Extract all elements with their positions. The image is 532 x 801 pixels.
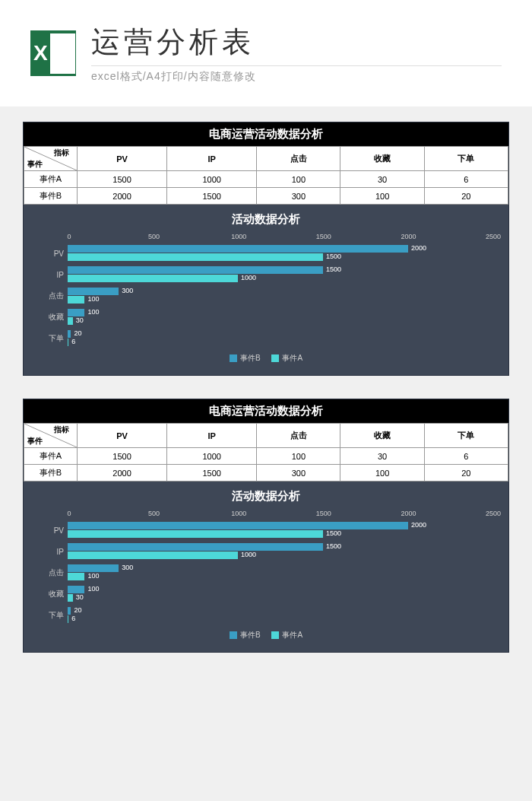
cell: 300 bbox=[257, 188, 340, 205]
bar: 1500 bbox=[68, 266, 323, 274]
bar-category-label: 收藏 bbox=[39, 589, 68, 599]
cell: 1500 bbox=[167, 465, 257, 482]
bar-value-label: 1000 bbox=[241, 551, 256, 558]
bar: 6 bbox=[68, 615, 68, 623]
row-label: 事件B bbox=[24, 188, 78, 205]
table-corner: 指标 事件 bbox=[24, 147, 78, 171]
corner-bottom-label: 事件 bbox=[27, 436, 43, 447]
col-header: 点击 bbox=[257, 147, 340, 171]
legend-item-a: 事件A bbox=[271, 353, 302, 364]
cell: 300 bbox=[257, 465, 340, 482]
table-row: 事件B 2000 1500 300 100 20 bbox=[24, 465, 508, 482]
bar-group: 点击300100 bbox=[39, 564, 493, 581]
bar-value-label: 30 bbox=[76, 593, 84, 601]
bar-category-label: IP bbox=[39, 271, 68, 279]
bar-category-label: IP bbox=[39, 548, 68, 556]
corner-bottom-label: 事件 bbox=[27, 159, 43, 170]
col-header: 点击 bbox=[257, 424, 340, 448]
cell: 1000 bbox=[167, 171, 257, 188]
bar-value-label: 1500 bbox=[326, 529, 341, 537]
bar: 300 bbox=[68, 564, 119, 572]
corner-top-label: 指标 bbox=[54, 424, 69, 435]
axis-tick: 1500 bbox=[316, 510, 331, 517]
bar-group: IP15001000 bbox=[39, 543, 493, 560]
cell: 30 bbox=[340, 171, 424, 188]
bar: 300 bbox=[68, 288, 119, 295]
col-header: 下单 bbox=[424, 147, 508, 171]
data-table: 指标 事件 PV IP 点击 收藏 下单 事件A 1500 1000 100 3… bbox=[24, 146, 508, 205]
bar-value-label: 6 bbox=[71, 338, 75, 345]
cell: 1500 bbox=[167, 188, 257, 205]
bar-category-label: 下单 bbox=[39, 610, 68, 621]
excel-icon bbox=[30, 30, 76, 76]
axis-tick: 2500 bbox=[486, 510, 501, 517]
bars-container: PV20001500IP15001000点击300100收藏10030下单206 bbox=[39, 245, 493, 347]
col-header: IP bbox=[167, 424, 257, 448]
bar-value-label: 30 bbox=[76, 316, 84, 324]
axis-tick: 0 bbox=[67, 510, 71, 517]
bar-group: 下单206 bbox=[39, 607, 493, 624]
bar-value-label: 300 bbox=[122, 287, 133, 294]
bar-value-label: 1500 bbox=[326, 542, 341, 550]
cell: 1500 bbox=[78, 171, 167, 188]
bar: 30 bbox=[68, 594, 73, 602]
bar-value-label: 100 bbox=[87, 585, 99, 593]
corner-top-label: 指标 bbox=[54, 148, 69, 158]
chart-title: 活动数据分析 bbox=[39, 489, 493, 504]
bar-group: 点击300100 bbox=[39, 288, 493, 304]
bar-group: 收藏10030 bbox=[39, 586, 493, 602]
header-subtitle: excel格式/A4打印/内容随意修改 bbox=[91, 70, 502, 84]
axis-tick: 0 bbox=[67, 233, 71, 240]
cell: 100 bbox=[257, 448, 340, 465]
bar-value-label: 100 bbox=[87, 308, 99, 316]
cell: 6 bbox=[424, 171, 508, 188]
bar-group: 下单206 bbox=[39, 330, 493, 347]
bar-value-label: 1000 bbox=[241, 274, 256, 281]
cell: 100 bbox=[340, 188, 424, 205]
cell: 100 bbox=[340, 465, 424, 482]
bar: 100 bbox=[68, 296, 84, 304]
bar: 1500 bbox=[68, 530, 323, 538]
legend-swatch-icon bbox=[271, 631, 279, 639]
table-corner: 指标 事件 bbox=[24, 424, 78, 448]
bar-group: IP15001000 bbox=[39, 266, 493, 283]
chart-area: 活动数据分析 0 500 1000 1500 2000 2500 PV20001… bbox=[24, 205, 508, 375]
axis-tick: 500 bbox=[148, 233, 160, 240]
bar-value-label: 2000 bbox=[411, 521, 426, 529]
axis-tick: 1500 bbox=[316, 233, 331, 240]
cell: 6 bbox=[424, 448, 508, 465]
analysis-panel-2: 电商运营活动数据分析 指标 事件 PV IP 点击 收藏 下单 事件A 1500… bbox=[23, 399, 509, 653]
bar: 100 bbox=[68, 573, 84, 580]
cell: 1500 bbox=[78, 448, 167, 465]
cell: 20 bbox=[424, 188, 508, 205]
axis-tick: 500 bbox=[148, 510, 160, 517]
row-label: 事件A bbox=[24, 448, 78, 465]
panel-title: 电商运营活动数据分析 bbox=[24, 122, 508, 146]
bars-container: PV20001500IP15001000点击300100收藏10030下单206 bbox=[39, 522, 493, 624]
axis-tick: 2500 bbox=[486, 233, 501, 240]
col-header: IP bbox=[167, 147, 257, 171]
bar: 6 bbox=[68, 339, 68, 346]
legend-swatch-icon bbox=[230, 631, 237, 639]
legend-swatch-icon bbox=[271, 354, 279, 362]
col-header: PV bbox=[78, 424, 167, 448]
bar: 1000 bbox=[68, 551, 238, 559]
bar: 2000 bbox=[68, 245, 408, 253]
bar-category-label: 收藏 bbox=[39, 312, 68, 323]
bar-group: PV20001500 bbox=[39, 245, 493, 262]
row-label: 事件B bbox=[24, 465, 78, 482]
cell: 2000 bbox=[78, 465, 167, 482]
bar-value-label: 6 bbox=[71, 615, 75, 622]
legend-swatch-icon bbox=[230, 354, 237, 362]
bar-category-label: 点击 bbox=[39, 291, 68, 301]
col-header: 收藏 bbox=[340, 424, 424, 448]
bar: 20 bbox=[68, 607, 71, 615]
bar-value-label: 100 bbox=[87, 572, 99, 580]
x-axis: 0 500 1000 1500 2000 2500 bbox=[69, 233, 493, 242]
axis-tick: 1000 bbox=[231, 510, 246, 517]
bar-value-label: 1500 bbox=[326, 265, 341, 273]
x-axis: 0 500 1000 1500 2000 2500 bbox=[69, 510, 493, 519]
col-header: 收藏 bbox=[340, 147, 424, 171]
analysis-panel-1: 电商运营活动数据分析 指标 事件 PV IP 点击 收藏 下单 事件A 1500… bbox=[23, 122, 509, 376]
bar-value-label: 1500 bbox=[326, 253, 341, 260]
